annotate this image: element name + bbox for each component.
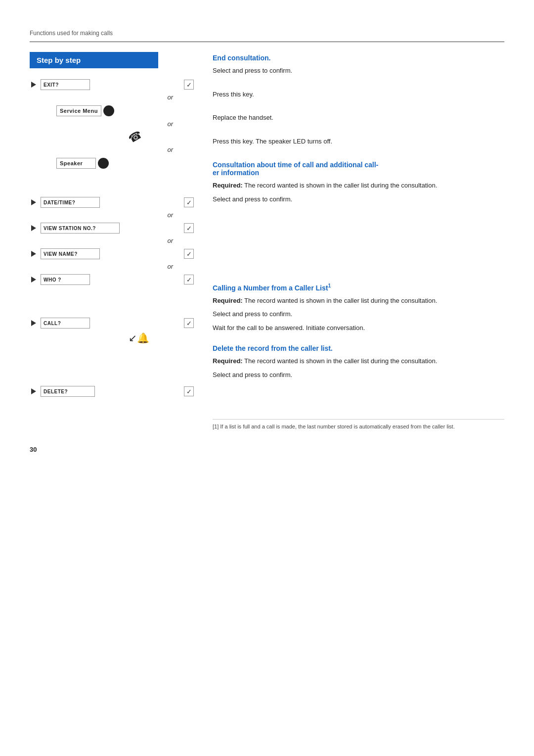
viewstation-check[interactable]: ✓ xyxy=(184,223,194,233)
spacer-1 xyxy=(30,171,198,196)
who-label: WHO ? xyxy=(44,277,61,283)
or-gap-2 xyxy=(213,103,504,113)
or-gap-1 xyxy=(213,80,504,90)
phone-ring-row: ↙ 🔔 xyxy=(30,331,198,344)
or-2: or xyxy=(30,119,198,129)
viewname-check[interactable]: ✓ xyxy=(184,249,194,259)
speaker-key-icon[interactable] xyxy=(98,158,109,169)
service-menu-box[interactable]: Service Menu xyxy=(56,105,101,116)
datetime-check[interactable]: ✓ xyxy=(184,197,194,207)
spacer-3 xyxy=(30,345,198,385)
call-check[interactable]: ✓ xyxy=(184,318,194,328)
footnote-ref-1: 1 xyxy=(328,283,331,288)
left-column: Step by step EXIT? ✓ or Service Menu xyxy=(30,52,198,431)
or-gap-3 xyxy=(213,127,504,137)
call-desc: Select and press to confirm. xyxy=(213,309,504,319)
delete-title: Delete the record from the caller list. xyxy=(213,344,504,352)
viewname-label-box[interactable]: VIEW NAME? xyxy=(41,248,100,259)
or-3: or xyxy=(30,144,198,154)
consultation-title: Consultation about time of call and addi… xyxy=(213,161,504,177)
footnote-section: [1] If a list is full and a call is made… xyxy=(213,419,504,431)
delete-section: Delete the record from the caller list. … xyxy=(213,344,504,379)
or-4: or xyxy=(30,210,198,220)
who-check[interactable]: ✓ xyxy=(184,275,194,284)
spacer-2 xyxy=(30,287,198,317)
who-row: WHO ? ✓ xyxy=(30,273,198,286)
viewname-label: VIEW NAME? xyxy=(44,251,78,257)
exit-desc: Select and press to confirm. xyxy=(213,66,504,76)
datetime-arrow-icon xyxy=(30,198,38,206)
handset-desc: Replace the handset. xyxy=(213,113,504,123)
service-menu-key-icon[interactable] xyxy=(103,105,114,116)
datetime-label: DATE/TIME? xyxy=(44,200,75,205)
consultation-section: Consultation about time of call and addi… xyxy=(213,161,504,204)
datetime-desc: Select and press to confirm. xyxy=(213,194,504,204)
speaker-box[interactable]: Speaker xyxy=(56,158,96,169)
service-menu-desc: Press this key. xyxy=(213,90,504,99)
speaker-label: Speaker xyxy=(60,160,83,166)
right-column: End consultation. Select and press to co… xyxy=(198,52,504,431)
speaker-row: Speaker xyxy=(30,156,198,170)
delete-label: DELETE? xyxy=(44,389,68,394)
speaker-desc: Press this key. The speaker LED turns of… xyxy=(213,137,504,146)
calling-title: Calling a Number from a Caller List1 xyxy=(213,283,504,292)
exit-row: EXIT? ✓ xyxy=(30,78,198,91)
viewstation-row: VIEW STATION NO.? ✓ xyxy=(30,222,198,235)
delete-label-box[interactable]: DELETE? xyxy=(41,386,95,397)
exit-label: EXIT? xyxy=(44,82,59,88)
or-1: or xyxy=(30,92,198,102)
exit-label-box[interactable]: EXIT? xyxy=(41,79,90,90)
or-6: or xyxy=(30,261,198,271)
viewname-arrow-icon xyxy=(30,250,38,258)
viewname-row: VIEW NAME? ✓ xyxy=(30,247,198,260)
call-label: CALL? xyxy=(44,321,61,326)
handset-row: ☎ xyxy=(30,131,198,143)
who-label-box[interactable]: WHO ? xyxy=(41,274,90,285)
step-by-step-header: Step by step xyxy=(30,52,158,68)
ring-icon: 🔔 xyxy=(137,332,149,344)
calling-required: Required: The record wanted is shown in … xyxy=(213,296,504,306)
page-header: Functions used for making calls xyxy=(30,30,504,37)
exit-arrow-icon xyxy=(30,81,38,89)
viewstation-label: VIEW STATION NO.? xyxy=(44,226,96,231)
call-arrow-icon xyxy=(30,319,38,327)
page-number: 30 xyxy=(30,446,504,453)
delete-row: DELETE? ✓ xyxy=(30,385,198,398)
call-label-box[interactable]: CALL? xyxy=(41,318,90,329)
delete-arrow-icon xyxy=(30,387,38,395)
call-row: CALL? ✓ xyxy=(30,317,198,330)
delete-check[interactable]: ✓ xyxy=(184,386,194,396)
viewstation-label-box[interactable]: VIEW STATION NO.? xyxy=(41,223,120,234)
delete-desc: Select and press to confirm. xyxy=(213,370,504,380)
end-consultation-title: End consultation. xyxy=(213,54,504,62)
phone-up-icon: ↙ xyxy=(129,332,137,344)
phone-ring-desc: Wait for the call to be answered. Initia… xyxy=(213,323,504,333)
or-5: or xyxy=(30,236,198,245)
service-menu-label: Service Menu xyxy=(60,108,98,114)
datetime-row: DATE/TIME? ✓ xyxy=(30,196,198,209)
viewstation-arrow-icon xyxy=(30,224,38,232)
header-divider xyxy=(30,42,504,42)
exit-check[interactable]: ✓ xyxy=(184,80,194,90)
calling-section: Calling a Number from a Caller List1 Req… xyxy=(213,283,504,332)
delete-required: Required: The record wanted is shown in … xyxy=(213,356,504,366)
consultation-required: Required: The record wanted is shown in … xyxy=(213,181,504,190)
who-arrow-icon xyxy=(30,276,38,284)
handset-icon: ☎ xyxy=(126,128,144,146)
service-menu-row: Service Menu xyxy=(30,104,198,118)
datetime-label-box[interactable]: DATE/TIME? xyxy=(41,197,100,208)
footnote-text: [1] If a list is full and a call is made… xyxy=(213,424,455,429)
end-consultation-section: End consultation. Select and press to co… xyxy=(213,54,504,146)
